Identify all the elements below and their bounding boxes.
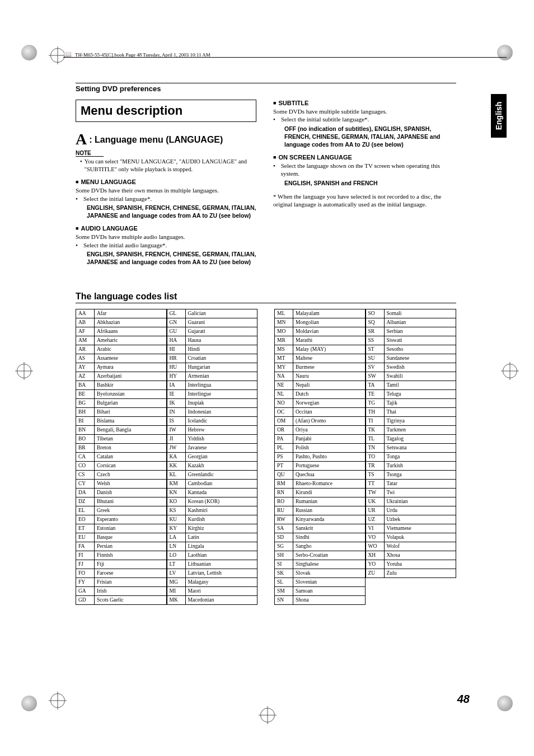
language-name: Cambodian (185, 480, 257, 489)
language-code: SS (366, 336, 384, 345)
code-row: BRBreton (76, 444, 167, 453)
code-row: YOYoruba (366, 560, 456, 569)
language-code: KA (167, 453, 185, 462)
code-row: MIMaori (167, 587, 257, 596)
language-name: Twi (384, 489, 456, 497)
code-row: MRMarathi (275, 336, 366, 345)
language-code: SW (366, 372, 384, 381)
code-row: SHSerbo-Croatian (275, 551, 366, 560)
code-row: XHXhosa (366, 551, 456, 560)
language-name: Bengali, Bangla (95, 426, 167, 435)
code-row: HAHausa (167, 336, 257, 345)
language-code: DZ (76, 497, 95, 506)
code-row: OCOccitan (275, 408, 366, 417)
language-name: Vietnamese (384, 524, 456, 533)
language-name: Hausa (185, 336, 257, 345)
language-code: EO (76, 515, 95, 524)
language-code: MI (167, 587, 185, 596)
code-row: PTPortuguese (275, 462, 366, 471)
code-row: OROriya (275, 426, 366, 435)
language-code: IN (167, 408, 185, 417)
language-menu-heading-text: : Language menu (LANGUAGE) (89, 135, 223, 145)
language-code: RN (275, 489, 293, 497)
language-name: Javanese (185, 444, 257, 453)
language-name: Corsican (95, 462, 167, 471)
code-row: LALatin (167, 533, 257, 542)
language-name: Russian (293, 506, 366, 515)
language-code: RM (275, 480, 293, 489)
language-name: Faroese (95, 569, 167, 578)
language-code: IS (167, 417, 185, 426)
language-name: Kirundi (293, 489, 366, 497)
language-code: BO (76, 435, 95, 444)
language-code: KS (167, 506, 185, 515)
code-row: LTLithuanian (167, 560, 257, 569)
footnote: * When the language you have selected is… (273, 192, 455, 209)
language-name: Bislama (95, 417, 167, 426)
language-name: Swahili (384, 372, 456, 381)
osd-desc-text: Select the language shown on the TV scre… (281, 162, 455, 178)
language-name: Shona (293, 596, 366, 605)
language-name: Wolof (384, 542, 456, 551)
language-code: EL (76, 506, 95, 515)
language-name: Dutch (293, 390, 366, 399)
language-code: FO (76, 569, 95, 578)
language-code: MK (167, 596, 185, 605)
language-code: CA (76, 453, 95, 462)
language-name: Greenlandic (185, 471, 257, 480)
code-row: DADanish (76, 489, 167, 497)
language-code: KN (167, 489, 185, 497)
code-row: JWJavanese (167, 444, 257, 453)
codes-tables: AAAfarABAbkhazianAFAfrikaansAMAmeharicAR… (76, 309, 456, 605)
language-code: RW (275, 515, 293, 524)
codes-table-1: AAAfarABAbkhazianAFAfrikaansAMAmeharicAR… (76, 309, 167, 605)
square-icon: ■ (76, 179, 78, 185)
language-code: TR (366, 462, 384, 471)
language-code: YO (366, 560, 384, 569)
language-code: EU (76, 533, 95, 542)
language-code: AF (76, 327, 95, 336)
code-row: GDScots Gaelic (76, 596, 167, 605)
language-name: Polish (293, 444, 366, 453)
registration-mark-icon (50, 693, 65, 708)
square-icon: ■ (76, 226, 78, 231)
language-code: TN (366, 444, 384, 453)
note-body: You can select "MENU LANGUAGE", "AUDIO L… (85, 158, 257, 173)
language-code: LT (167, 560, 185, 569)
language-code: MN (275, 318, 293, 327)
codes-rule (76, 303, 456, 303)
code-row: RORumanian (275, 497, 366, 506)
language-code: NO (275, 399, 293, 408)
language-name: Uzbek (384, 515, 456, 524)
code-row: THThai (366, 408, 456, 417)
bullet-icon: • (273, 162, 279, 178)
language-name: Mongolian (293, 318, 366, 327)
section-label: Setting DVD preferences (76, 84, 456, 93)
language-code: CY (76, 480, 95, 489)
language-name: Fiji (95, 560, 167, 569)
subtitle-desc: Some DVDs have multiple subtitle languag… (273, 107, 455, 115)
language-name: Korean (KOR) (185, 497, 257, 506)
language-name: Telugu (384, 390, 456, 399)
section-rule (76, 83, 456, 83)
language-code: BI (76, 417, 95, 426)
audio-language-select-text: Select the initial audio language*. (83, 241, 167, 249)
language-code: PA (275, 435, 293, 444)
bullet-icon: • (76, 241, 81, 249)
language-code: GL (167, 309, 185, 318)
language-code: SL (275, 578, 293, 587)
language-name: Tonga (384, 453, 456, 462)
language-name: Georgian (185, 453, 257, 462)
code-row: QUQuechua (275, 471, 366, 480)
language-name: Marathi (293, 336, 366, 345)
language-code: KO (167, 497, 185, 506)
language-code: NA (275, 372, 293, 381)
page-number: 48 (457, 693, 470, 706)
code-row: SVSwedish (366, 363, 456, 372)
code-row: ISIcelandic (167, 417, 257, 426)
language-name: Breton (95, 444, 167, 453)
language-code: MT (275, 354, 293, 363)
language-code: SR (366, 327, 384, 336)
code-row: RNKirundi (275, 489, 366, 497)
language-name: Frisian (95, 578, 167, 587)
